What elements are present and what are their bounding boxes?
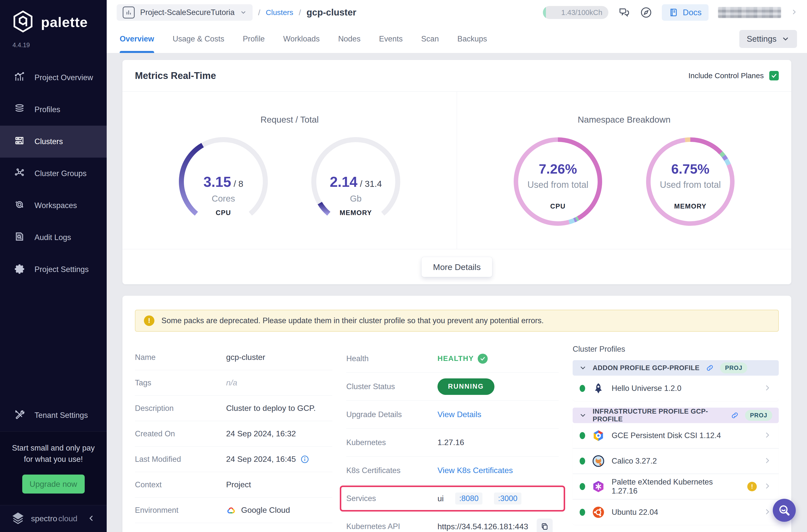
sidebar-item-tenant-settings[interactable]: Tenant Settings [0,399,107,431]
sidebar-item-project-overview[interactable]: Project Overview [0,62,107,94]
check-icon [771,72,777,79]
profile-group-infra: INFRASTRUCTURE PROFILE GCP-PROFILEPROJGC… [573,407,779,525]
status-label: Cluster Status [346,382,437,391]
profile-pack-row[interactable]: GCE Persistent Disk CSI 1.12.4 [573,423,779,449]
pack-name: GCE Persistent Disk CSI 1.12.4 [612,431,721,440]
include-control-planes-checkbox[interactable] [769,71,779,80]
status-label: Kubernetes API [346,522,437,531]
main-area: Project-ScaleSecureTutoria / Clusters / … [107,0,807,532]
chevron-down-icon [579,412,587,419]
cluster-details-list: Namegcp-clusterTagsn/aDescriptionCluster… [135,345,332,532]
user-name-redacted[interactable] [718,7,781,18]
sidebar-item-profiles[interactable]: Profiles [0,94,107,126]
sidebar-item-workspaces[interactable]: Workspaces [0,190,107,222]
profile-pack-row[interactable]: Hello Universe 1.2.0 [573,376,779,401]
chevron-right-icon [763,384,772,393]
donut-caption: Used from total [505,179,611,190]
gauge-value: 3.15 [203,174,231,190]
sidebar-collapse-button[interactable] [87,514,96,524]
tab-overview[interactable]: Overview [120,25,154,53]
gear-icon [14,263,25,276]
request-total-panel: Request / Total 3.15 / 8CoresCPU2.14 / 3… [123,92,457,249]
donut-cpu: 7.26%Used from totalCPU [505,132,611,249]
service-port-link[interactable]: :3000 [494,493,521,505]
upsell-text: Start small and only pay for what you us… [7,442,100,465]
detail-row-tags: Tagsn/a [135,370,332,396]
detail-row-environment: EnvironmentGoogle Cloud [135,497,332,523]
status-row-kubernetes: Kubernetes1.27.16 [346,429,559,457]
copy-api-url-button[interactable] [537,518,553,532]
donut-caption: Used from total [638,179,743,190]
link-icon[interactable] [706,364,714,372]
donut-memory: 6.75%Used from totalMEMORY [638,132,743,249]
pack-status-dot [580,483,585,490]
feedback-chat-button[interactable] [618,6,630,19]
detail-row-created-on: Created On24 Sep 2024, 16:32 [135,421,332,446]
service-port-link[interactable]: :8080 [455,493,483,505]
pack-warning-icon: ! [747,482,757,491]
profile-pack-row[interactable]: Palette eXtended Kubernetes 1.27.16! [573,474,779,499]
breadcrumb-clusters-link[interactable]: Clusters [266,8,293,17]
profile-group-addon: ADDON PROFILE GCP-PROFILEPROJHello Unive… [573,360,779,401]
chevron-down-icon [782,35,789,43]
tools-icon [14,409,25,422]
sidebar-footer: spectro cloud [0,505,107,532]
upsell-banner: Start small and only pay for what you us… [0,431,107,505]
upgrade-now-button[interactable]: Upgrade now [22,475,85,494]
user-menu-chevron-icon[interactable] [790,8,798,17]
link-icon[interactable] [731,411,739,420]
spectro-cloud-logo-icon [11,511,25,526]
tab-events[interactable]: Events [379,25,403,53]
settings-dropdown-button[interactable]: Settings [739,30,797,48]
profile-pack-row[interactable]: Calico 3.27.2 [573,449,779,474]
orbit-icon [14,199,25,212]
warning-icon: ! [144,316,154,326]
breadcrumb-separator: / [299,8,301,17]
tab-nodes[interactable]: Nodes [338,25,360,53]
cluster-overview-card: ! Some packs are deprecated. Please upda… [123,296,791,532]
gauge-metric-label: CPU [171,209,276,217]
compass-tour-button[interactable] [640,6,652,19]
sidebar-item-clusters[interactable]: Clusters [0,126,107,158]
pack-status-dot [580,458,585,464]
kubernetes-api-url: https://34.54.126.181:443 [437,522,528,531]
tab-usage-costs[interactable]: Usage & Costs [173,25,224,53]
clusters-icon [14,135,25,148]
detail-value: Google Cloud [241,506,290,515]
view-k8s-certificates-link[interactable]: View K8s Certificates [437,466,513,475]
more-details-button[interactable]: More Details [421,257,492,277]
request-total-title: Request / Total [123,115,457,125]
deprecated-packs-warning: ! Some packs are deprecated. Please upda… [135,310,779,332]
project-selector[interactable]: Project-ScaleSecureTutoria [117,4,252,21]
docs-button[interactable]: Docs [662,4,709,21]
view-details-link[interactable]: View Details [437,410,481,419]
profile-pack-row[interactable]: Ubuntu 22.04 [573,499,779,525]
pack-name: Palette eXtended Kubernetes 1.27.16 [612,478,741,496]
sidebar-item-cluster-groups[interactable]: Cluster Groups [0,158,107,190]
detail-value: Cluster to deploy to GCP. [226,404,316,413]
top-header: Project-ScaleSecureTutoria / Clusters / … [107,0,807,25]
tab-profile[interactable]: Profile [243,25,265,53]
info-icon[interactable] [300,455,309,464]
pack-name: Hello Universe 1.2.0 [612,384,681,393]
profile-group-header[interactable]: INFRASTRUCTURE PROFILE GCP-PROFILEPROJ [573,407,779,423]
tab-backups[interactable]: Backups [457,25,487,53]
book-icon [669,7,679,18]
sidebar-item-audit-logs[interactable]: Audit Logs [0,222,107,253]
brand-cloud: cloud [58,514,77,523]
profile-group-header[interactable]: ADDON PROFILE GCP-PROFILEPROJ [573,360,779,376]
version-label: 4.4.19 [0,34,107,49]
detail-value: 24 Sep 2024, 16:45 [226,455,296,464]
tab-workloads[interactable]: Workloads [283,25,320,53]
detail-value: Project [226,480,251,489]
detail-label: Tags [135,378,226,387]
tab-scan[interactable]: Scan [421,25,439,53]
detail-value: 24 Sep 2024, 16:32 [226,429,296,438]
docs-label: Docs [683,8,701,17]
detail-row-last-modified: Last Modified24 Sep 2024, 16:45 [135,446,332,472]
status-row-k8s-certificates: K8s CertificatesView K8s Certificates [346,457,559,484]
support-chat-fab[interactable] [773,499,796,522]
scope-badge: PROJ [745,410,772,421]
sidebar-item-project-settings[interactable]: Project Settings [0,253,107,285]
usage-meter[interactable]: 1.43/100kCh [543,6,608,19]
